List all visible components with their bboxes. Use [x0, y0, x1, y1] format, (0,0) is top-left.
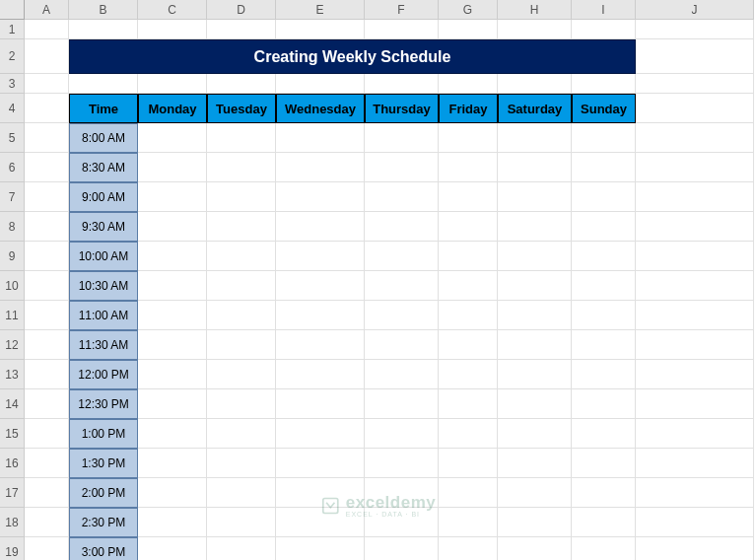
cell[interactable]: [138, 419, 207, 449]
cell[interactable]: [25, 301, 69, 330]
cell[interactable]: [572, 153, 636, 182]
row-header-6[interactable]: 6: [0, 153, 25, 182]
cell[interactable]: [439, 212, 498, 242]
row-header-15[interactable]: 15: [0, 419, 25, 449]
cell[interactable]: [498, 389, 572, 419]
cell[interactable]: [439, 478, 498, 508]
row-header-16[interactable]: 16: [0, 449, 25, 478]
column-header-g[interactable]: G: [439, 0, 498, 20]
cell[interactable]: [636, 39, 754, 74]
cell[interactable]: [572, 182, 636, 212]
cell[interactable]: [207, 301, 276, 330]
cell[interactable]: [365, 449, 439, 478]
cell[interactable]: [276, 389, 365, 419]
cell[interactable]: [636, 330, 754, 360]
cell[interactable]: [25, 212, 69, 242]
row-header-13[interactable]: 13: [0, 360, 25, 389]
row-header-3[interactable]: 3: [0, 74, 25, 94]
cell[interactable]: [207, 419, 276, 449]
cell[interactable]: [365, 153, 439, 182]
cell[interactable]: [138, 389, 207, 419]
cell[interactable]: [207, 182, 276, 212]
cell[interactable]: [276, 360, 365, 389]
cell[interactable]: [25, 537, 69, 560]
cell[interactable]: [69, 74, 138, 94]
row-header-4[interactable]: 4: [0, 94, 25, 123]
cell[interactable]: [207, 271, 276, 301]
cell[interactable]: [69, 20, 138, 39]
cell[interactable]: [276, 301, 365, 330]
cell[interactable]: [207, 537, 276, 560]
cell[interactable]: [365, 74, 439, 94]
cell[interactable]: [207, 478, 276, 508]
cell[interactable]: [25, 242, 69, 271]
cell[interactable]: [25, 182, 69, 212]
cell[interactable]: [276, 153, 365, 182]
cell[interactable]: [25, 153, 69, 182]
header-monday[interactable]: Monday: [138, 94, 207, 123]
row-header-14[interactable]: 14: [0, 389, 25, 419]
cell[interactable]: [636, 212, 754, 242]
cell[interactable]: [572, 449, 636, 478]
cell[interactable]: [498, 478, 572, 508]
cell[interactable]: [25, 389, 69, 419]
cell[interactable]: [365, 478, 439, 508]
cell[interactable]: [138, 537, 207, 560]
cell[interactable]: [498, 271, 572, 301]
cell[interactable]: [498, 182, 572, 212]
cell[interactable]: [138, 182, 207, 212]
cell[interactable]: [138, 330, 207, 360]
cell[interactable]: [498, 74, 572, 94]
row-header-7[interactable]: 7: [0, 182, 25, 212]
cell[interactable]: [439, 271, 498, 301]
row-header-8[interactable]: 8: [0, 212, 25, 242]
cell[interactable]: [276, 20, 365, 39]
cell[interactable]: [25, 74, 69, 94]
cell[interactable]: [498, 537, 572, 560]
cell[interactable]: [25, 39, 69, 74]
cell[interactable]: [498, 330, 572, 360]
row-header-11[interactable]: 11: [0, 301, 25, 330]
cell[interactable]: [276, 212, 365, 242]
cell[interactable]: [207, 123, 276, 153]
cell[interactable]: [636, 537, 754, 560]
row-header-18[interactable]: 18: [0, 508, 25, 537]
cell[interactable]: [439, 20, 498, 39]
row-header-1[interactable]: 1: [0, 20, 25, 39]
cell[interactable]: [365, 271, 439, 301]
cell[interactable]: [207, 242, 276, 271]
header-tuesday[interactable]: Tuesday: [207, 94, 276, 123]
cell[interactable]: [572, 419, 636, 449]
cell[interactable]: [572, 212, 636, 242]
cell[interactable]: [365, 212, 439, 242]
cell[interactable]: [138, 212, 207, 242]
column-header-c[interactable]: C: [138, 0, 207, 20]
cell[interactable]: [636, 301, 754, 330]
cell[interactable]: [439, 419, 498, 449]
cell[interactable]: [636, 153, 754, 182]
cell[interactable]: [25, 478, 69, 508]
cell[interactable]: [439, 360, 498, 389]
time-cell[interactable]: 9:30 AM: [69, 212, 138, 242]
cell[interactable]: [25, 449, 69, 478]
cell[interactable]: [276, 242, 365, 271]
cell[interactable]: [636, 389, 754, 419]
cell[interactable]: [572, 123, 636, 153]
cell[interactable]: [276, 419, 365, 449]
cell[interactable]: [138, 271, 207, 301]
time-cell[interactable]: 10:30 AM: [69, 271, 138, 301]
cell[interactable]: [276, 537, 365, 560]
cell[interactable]: [365, 301, 439, 330]
cell[interactable]: [25, 271, 69, 301]
cell[interactable]: [572, 74, 636, 94]
column-header-f[interactable]: F: [365, 0, 439, 20]
time-cell[interactable]: 9:00 AM: [69, 182, 138, 212]
cell[interactable]: [636, 242, 754, 271]
header-saturday[interactable]: Saturday: [498, 94, 572, 123]
column-header-d[interactable]: D: [207, 0, 276, 20]
cell[interactable]: [365, 20, 439, 39]
row-header-10[interactable]: 10: [0, 271, 25, 301]
cell[interactable]: [207, 153, 276, 182]
cell[interactable]: [636, 182, 754, 212]
time-cell[interactable]: 2:30 PM: [69, 508, 138, 537]
